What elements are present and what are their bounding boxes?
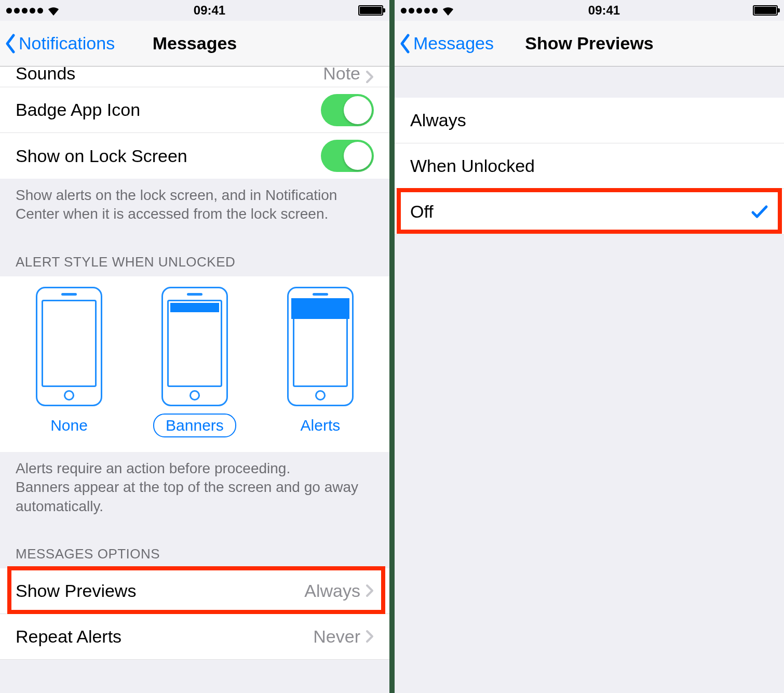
row-show-previews[interactable]: Show Previews Always	[0, 568, 389, 614]
option-when-unlocked[interactable]: When Unlocked	[395, 143, 784, 189]
nav-bar: Messages Show Previews	[395, 21, 784, 66]
status-bar: 09:41	[395, 0, 784, 21]
chevron-left-icon	[399, 33, 411, 54]
option-label: Always	[410, 110, 768, 130]
chevron-right-icon	[366, 70, 374, 84]
row-badge-app-icon[interactable]: Badge App Icon	[0, 87, 389, 133]
cell-value: Always	[304, 581, 360, 601]
toggle-switch[interactable]	[321, 140, 374, 172]
status-time: 09:41	[588, 3, 620, 18]
back-button[interactable]: Messages	[395, 33, 494, 54]
option-label: Off	[410, 202, 751, 222]
back-label: Messages	[413, 33, 494, 54]
alert-style-alerts[interactable]: Alerts	[287, 287, 354, 437]
wifi-icon	[46, 5, 61, 16]
section-footer: Show alerts on the lock screen, and in N…	[0, 179, 389, 238]
wifi-icon	[441, 5, 455, 16]
row-repeat-alerts[interactable]: Repeat Alerts Never	[0, 614, 389, 660]
cell-label: Sounds	[16, 66, 323, 84]
chevron-right-icon	[366, 584, 374, 597]
left-screenshot: 09:41 Notifications Messages Sounds Note	[0, 0, 389, 693]
right-screenshot: 09:41 Messages Show Previews Always When…	[395, 0, 784, 693]
phone-glyph-none-icon	[36, 287, 102, 406]
cell-label: Show Previews	[16, 581, 304, 601]
battery-icon	[753, 5, 778, 16]
status-bar: 09:41	[0, 0, 389, 21]
style-label: Alerts	[288, 414, 353, 437]
status-time: 09:41	[194, 3, 225, 18]
section-header-messages-options: MESSAGES OPTIONS	[0, 530, 389, 568]
toggle-switch[interactable]	[321, 94, 374, 126]
cell-value: Note	[323, 66, 360, 84]
battery-icon	[358, 5, 383, 16]
cell-label: Badge App Icon	[16, 100, 321, 120]
nav-bar: Notifications Messages	[0, 21, 389, 66]
option-off[interactable]: Off	[395, 189, 784, 235]
phone-glyph-banners-icon	[161, 287, 228, 406]
cell-value: Never	[313, 627, 360, 647]
chevron-left-icon	[4, 33, 17, 54]
phone-glyph-alerts-icon	[287, 287, 354, 406]
row-show-on-lock-screen[interactable]: Show on Lock Screen	[0, 133, 389, 179]
alert-style-none[interactable]: None	[36, 287, 102, 437]
style-label: Banners	[153, 414, 236, 437]
back-button[interactable]: Notifications	[0, 33, 115, 54]
cell-label: Show on Lock Screen	[16, 146, 321, 166]
partial-row-sounds[interactable]: Sounds Note	[0, 66, 389, 87]
option-always[interactable]: Always	[395, 98, 784, 143]
style-label: None	[38, 414, 100, 437]
alert-style-picker: None Banners Alerts	[0, 276, 389, 452]
signal-dots-icon	[401, 8, 438, 14]
alert-style-banners[interactable]: Banners	[153, 287, 236, 437]
chevron-right-icon	[366, 630, 374, 643]
signal-dots-icon	[6, 8, 43, 14]
back-label: Notifications	[19, 33, 115, 54]
screenshot-divider	[389, 0, 395, 693]
option-label: When Unlocked	[410, 156, 768, 176]
cell-label: Repeat Alerts	[16, 627, 313, 647]
checkmark-icon	[751, 205, 768, 219]
section-header-alert-style: ALERT STYLE WHEN UNLOCKED	[0, 238, 389, 276]
section-footer: Alerts require an action before proceedi…	[0, 452, 389, 530]
